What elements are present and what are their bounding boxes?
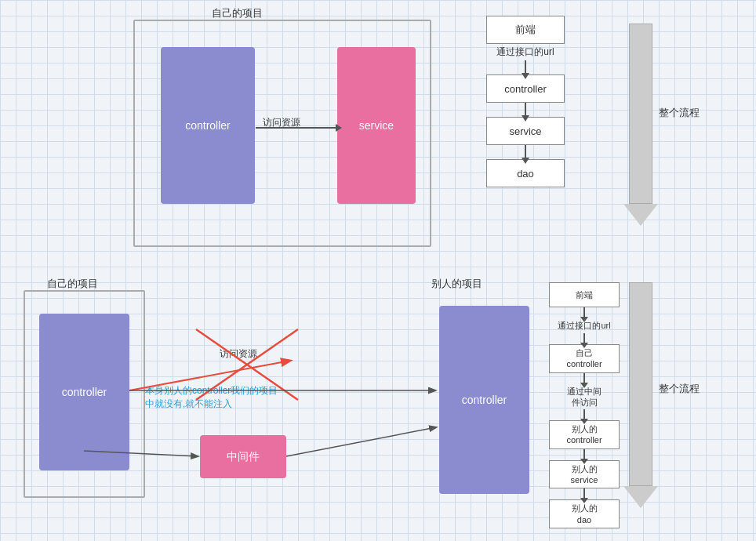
flow-arrow-b3 xyxy=(583,373,585,384)
bottom-own-controller-box: controller xyxy=(39,314,129,470)
top-project-label: 自己的项目 xyxy=(212,6,263,20)
flow-b-via-middleware: 通过中间件访问 xyxy=(549,386,620,408)
big-arrow-shaft-bottom xyxy=(629,282,652,486)
flow-arrow-3 xyxy=(525,145,526,159)
svg-line-6 xyxy=(286,427,436,456)
diagram-container: 自己的项目 controller service 访问资源 前端 通过接口的ur… xyxy=(0,0,756,541)
note-label: 本身别人的controller我们的项目中就没有,就不能注入 xyxy=(145,384,282,411)
flow-bottom-other-service: 别人的service xyxy=(549,460,620,489)
bottom-whole-flow-label: 整个流程 xyxy=(659,382,700,396)
big-arrow-shaft-top xyxy=(629,24,652,204)
right-flow-bottom: 前端 通过接口的url 自己controller 通过中间件访问 别人的cont… xyxy=(549,282,620,528)
flow-arrow-2 xyxy=(525,103,526,117)
flow-bottom-other-controller: 别人的controller xyxy=(549,420,620,449)
top-access-arrow xyxy=(256,127,337,129)
big-arrow-bottom xyxy=(623,282,658,508)
flow-arrow-1 xyxy=(525,60,526,74)
flow-frontend: 前端 xyxy=(486,16,565,44)
flow-arrow-b5 xyxy=(583,449,585,460)
top-controller-box: controller xyxy=(161,47,255,204)
flow-bottom-own-controller: 自己controller xyxy=(549,344,620,373)
access-label-bottom: 访问资源 xyxy=(220,347,257,361)
right-flow-top: 前端 通过接口的url controller service dao xyxy=(486,16,565,187)
flow-arrow-b2 xyxy=(583,333,585,344)
top-whole-flow-label: 整个流程 xyxy=(659,106,700,120)
big-arrow-head-bottom xyxy=(623,486,658,508)
top-service-box: service xyxy=(337,47,416,204)
bottom-other-controller-box: controller xyxy=(439,306,529,494)
flow-bottom-other-dao: 别人的dao xyxy=(549,499,620,528)
big-arrow-top xyxy=(623,24,658,226)
flow-bottom-frontend: 前端 xyxy=(549,282,620,307)
bottom-middleware-box: 中间件 xyxy=(200,435,286,478)
bottom-own-label: 自己的项目 xyxy=(47,277,98,291)
big-arrow-head-top xyxy=(623,204,658,226)
flow-via-url-label: 通过接口的url xyxy=(486,45,565,59)
flow-arrow-b4 xyxy=(583,409,585,420)
flow-arrow-b1 xyxy=(583,307,585,318)
bottom-other-label: 别人的项目 xyxy=(431,277,482,291)
flow-arrow-b6 xyxy=(583,488,585,499)
